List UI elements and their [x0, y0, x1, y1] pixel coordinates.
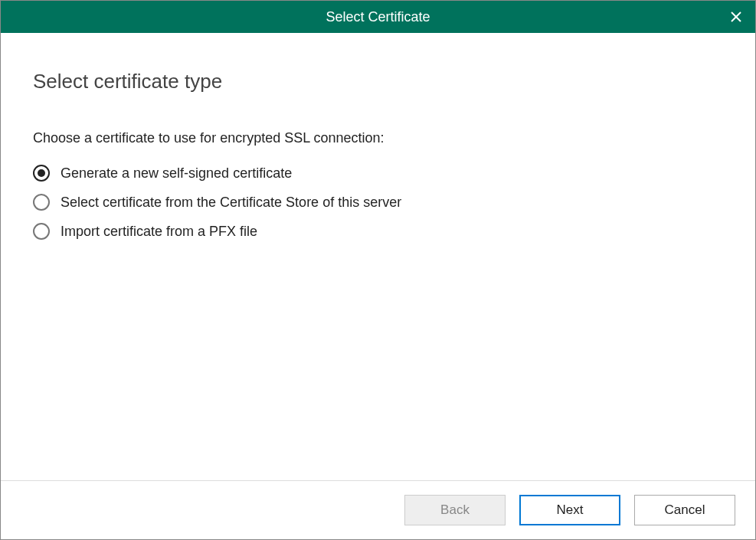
back-button: Back [404, 495, 506, 525]
page-subheading: Choose a certificate to use for encrypte… [33, 130, 723, 146]
radio-option-generate-self-signed[interactable]: Generate a new self-signed certificate [33, 165, 723, 182]
footer: Back Next Cancel [1, 480, 755, 539]
cancel-button[interactable]: Cancel [634, 495, 735, 525]
radio-option-import-pfx[interactable]: Import certificate from a PFX file [33, 223, 723, 240]
titlebar: Select Certificate [1, 1, 755, 33]
close-button[interactable] [717, 1, 755, 33]
close-icon [730, 11, 742, 23]
content-area: Select certificate type Choose a certifi… [1, 33, 755, 480]
window-title: Select Certificate [326, 9, 430, 25]
radio-icon [33, 223, 50, 240]
radio-icon [33, 165, 50, 182]
radio-label: Select certificate from the Certificate … [61, 195, 401, 211]
radio-option-select-from-store[interactable]: Select certificate from the Certificate … [33, 194, 723, 211]
dialog-window: Select Certificate Select certificate ty… [0, 0, 756, 540]
radio-icon [33, 194, 50, 211]
next-button[interactable]: Next [519, 495, 620, 525]
radio-label: Import certificate from a PFX file [61, 224, 257, 240]
page-heading: Select certificate type [33, 70, 723, 93]
radio-label: Generate a new self-signed certificate [61, 165, 292, 182]
certificate-type-radio-group: Generate a new self-signed certificate S… [33, 165, 723, 240]
